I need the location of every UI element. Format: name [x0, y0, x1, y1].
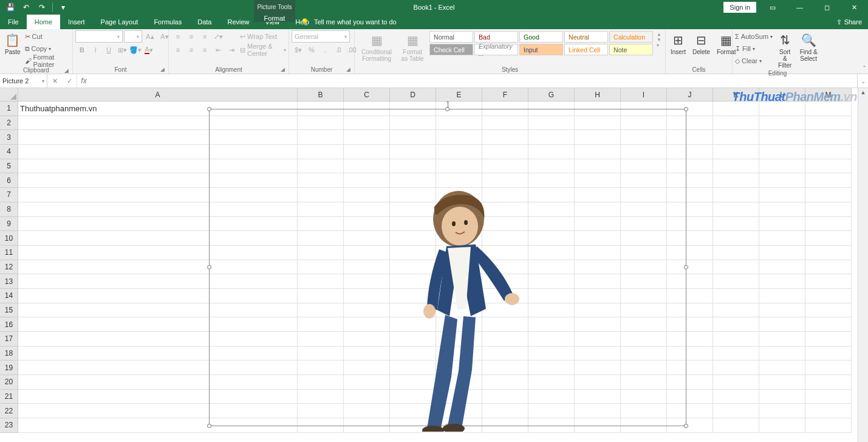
cell-K11[interactable]	[713, 246, 759, 260]
tab-format[interactable]: Format	[254, 15, 295, 22]
cell-L13[interactable]	[759, 274, 805, 289]
italic-button[interactable]: I	[89, 44, 102, 56]
decrease-indent-icon[interactable]: ⇤	[211, 44, 225, 56]
conditional-formatting-button[interactable]: ▦Conditional Formatting	[357, 30, 396, 63]
cell-L3[interactable]	[759, 130, 805, 145]
cell-L5[interactable]	[759, 159, 805, 174]
row-header-17[interactable]: 17	[0, 332, 18, 347]
inserted-picture[interactable]	[392, 188, 538, 432]
cell-K6[interactable]	[713, 173, 759, 188]
row-header-20[interactable]: 20	[0, 375, 18, 390]
tab-home[interactable]: Home	[27, 15, 60, 29]
column-header-J[interactable]: J	[667, 88, 713, 102]
style-neutral[interactable]: Neutral	[564, 31, 608, 43]
cell-K22[interactable]	[713, 404, 759, 418]
tab-insert[interactable]: Insert	[60, 15, 93, 29]
row-header-11[interactable]: 11	[0, 246, 18, 260]
cells-area[interactable]: Thuthuatphanmem.vn	[18, 102, 852, 442]
row-header-21[interactable]: 21	[0, 390, 18, 404]
collapse-ribbon-icon[interactable]: ˆ	[863, 65, 866, 72]
font-name-select[interactable]: ▾	[75, 30, 123, 43]
resize-handle-br[interactable]	[684, 424, 688, 428]
percent-format-icon[interactable]: %	[305, 44, 318, 56]
ribbon-options-icon[interactable]: ▭	[759, 0, 786, 15]
cell-K16[interactable]	[713, 317, 759, 332]
cell-L21[interactable]	[759, 390, 805, 404]
qat-customize-icon[interactable]: ▾	[56, 1, 70, 14]
font-size-select[interactable]: ▾	[124, 30, 142, 43]
align-right-icon[interactable]: ≡	[198, 44, 211, 56]
cell-L2[interactable]	[759, 116, 805, 131]
format-as-table-button[interactable]: ▦Format as Table	[398, 30, 427, 63]
comma-format-icon[interactable]: ,	[318, 44, 332, 56]
cell-L8[interactable]	[759, 202, 805, 217]
number-dialog-launcher[interactable]: ◢	[346, 66, 350, 72]
cell-K4[interactable]	[713, 145, 759, 159]
cell-L10[interactable]	[759, 231, 805, 246]
row-header-22[interactable]: 22	[0, 404, 18, 418]
row-header-12[interactable]: 12	[0, 260, 18, 275]
row-header-4[interactable]: 4	[0, 145, 18, 159]
bold-button[interactable]: B	[75, 44, 89, 56]
name-box[interactable]: Picture 2▾	[0, 74, 47, 88]
resize-handle-l[interactable]	[207, 265, 211, 269]
row-header-16[interactable]: 16	[0, 317, 18, 332]
vertical-scrollbar[interactable]: ▲	[858, 88, 868, 442]
row-header-19[interactable]: 19	[0, 361, 18, 375]
align-bottom-icon[interactable]: ≡	[198, 30, 211, 43]
scroll-up-icon[interactable]: ▲	[861, 89, 866, 95]
format-painter-button[interactable]: 🖌Format Painter	[25, 55, 70, 67]
wrap-text-button[interactable]: ↩Wrap Text	[240, 30, 286, 43]
cell-M19[interactable]	[805, 361, 852, 375]
style-calculation[interactable]: Calculation	[609, 31, 653, 43]
cell-L12[interactable]	[759, 260, 805, 275]
enter-formula-icon[interactable]: ✓	[62, 77, 77, 85]
resize-handle-t[interactable]	[445, 107, 449, 111]
tab-file[interactable]: File	[0, 15, 27, 29]
undo-icon[interactable]: ↶	[19, 1, 33, 14]
cell-M5[interactable]	[805, 159, 852, 174]
cell-L6[interactable]	[759, 173, 805, 188]
cell-L20[interactable]	[759, 375, 805, 390]
cell-M16[interactable]	[805, 317, 852, 332]
cell-L18[interactable]	[759, 347, 805, 361]
cell-K18[interactable]	[713, 347, 759, 361]
delete-cells-button[interactable]: ⊟Delete	[690, 30, 713, 57]
row-header-5[interactable]: 5	[0, 159, 18, 174]
resize-handle-bl[interactable]	[207, 424, 211, 428]
column-header-B[interactable]: B	[298, 88, 344, 102]
picture-selection[interactable]	[209, 109, 686, 426]
tell-me-search[interactable]: 💡 Tell me what you want to do	[301, 15, 397, 29]
row-header-6[interactable]: 6	[0, 173, 18, 188]
redo-icon[interactable]: ↷	[35, 1, 49, 14]
cell-M8[interactable]	[805, 202, 852, 217]
cell-K10[interactable]	[713, 231, 759, 246]
font-dialog-launcher[interactable]: ◢	[160, 66, 165, 72]
cell-M4[interactable]	[805, 145, 852, 159]
tab-review[interactable]: Review	[219, 15, 257, 29]
row-header-3[interactable]: 3	[0, 130, 18, 145]
font-color-button[interactable]: A▾	[142, 44, 155, 56]
column-header-I[interactable]: I	[621, 88, 667, 102]
row-header-7[interactable]: 7	[0, 188, 18, 202]
styles-more-icon[interactable]: ▾	[657, 43, 661, 48]
cell-K21[interactable]	[713, 390, 759, 404]
cell-M15[interactable]	[805, 303, 852, 318]
row-header-13[interactable]: 13	[0, 274, 18, 289]
cell-M6[interactable]	[805, 173, 852, 188]
column-header-G[interactable]: G	[528, 88, 575, 102]
row-header-2[interactable]: 2	[0, 116, 18, 131]
cell-K2[interactable]	[713, 116, 759, 131]
cell-M23[interactable]	[805, 418, 852, 433]
cell-L22[interactable]	[759, 404, 805, 418]
save-icon[interactable]: 💾	[4, 1, 17, 14]
tab-page-layout[interactable]: Page Layout	[93, 15, 146, 29]
cell-L15[interactable]	[759, 303, 805, 318]
cell-M10[interactable]	[805, 231, 852, 246]
cell-L16[interactable]	[759, 317, 805, 332]
cell-M20[interactable]	[805, 375, 852, 390]
maximize-icon[interactable]: ◻	[813, 0, 841, 15]
cell-M9[interactable]	[805, 217, 852, 232]
cell-L7[interactable]	[759, 188, 805, 202]
cell-K8[interactable]	[713, 202, 759, 217]
